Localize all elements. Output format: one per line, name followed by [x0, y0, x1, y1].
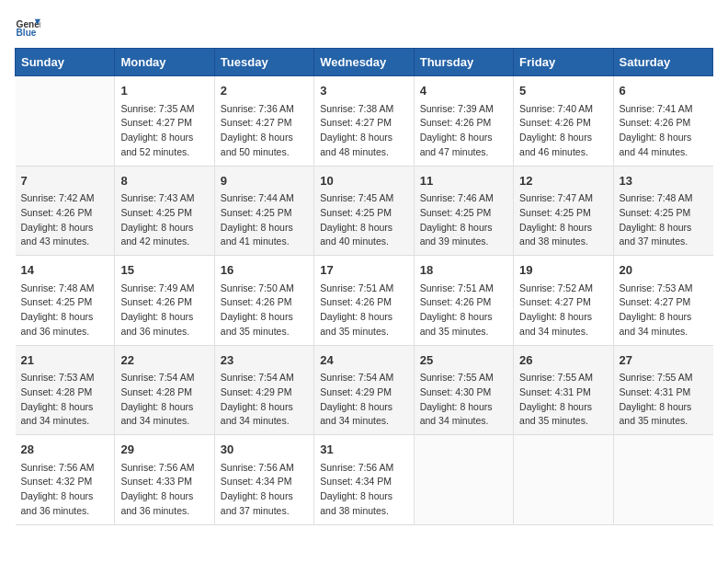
day-number: 12	[519, 172, 607, 190]
sunrise-text: Sunrise: 7:54 AM	[120, 371, 208, 385]
calendar-cell: 23Sunrise: 7:54 AMSunset: 4:29 PMDayligh…	[214, 345, 313, 435]
sunset-text: Sunset: 4:29 PM	[320, 385, 407, 400]
week-row-5: 28Sunrise: 7:56 AMSunset: 4:32 PMDayligh…	[16, 435, 713, 525]
sunrise-text: Sunrise: 7:39 AM	[420, 102, 507, 117]
sunset-text: Sunset: 4:26 PM	[320, 295, 407, 310]
day-number: 20	[620, 261, 708, 280]
sunset-text: Sunset: 4:34 PM	[320, 475, 407, 489]
daylight-text: Daylight: 8 hours	[620, 400, 708, 415]
calendar-cell: 11Sunrise: 7:46 AMSunset: 4:25 PMDayligh…	[414, 166, 513, 256]
daylight-text: Daylight: 8 hours	[120, 310, 208, 325]
calendar-cell: 19Sunrise: 7:52 AMSunset: 4:27 PMDayligh…	[514, 256, 613, 346]
sunrise-text: Sunrise: 7:56 AM	[320, 461, 407, 476]
daylight-text: Daylight: 8 hours	[620, 221, 708, 236]
daylight-cont-text: and 50 minutes.	[221, 145, 308, 160]
daylight-cont-text: and 36 minutes.	[21, 504, 109, 519]
sunset-text: Sunset: 4:27 PM	[620, 295, 708, 310]
daylight-cont-text: and 34 minutes.	[519, 325, 607, 339]
day-number: 2	[221, 82, 308, 100]
day-number: 11	[420, 172, 507, 190]
daylight-cont-text: and 34 minutes.	[420, 414, 507, 429]
calendar-cell	[414, 435, 513, 525]
week-row-2: 7Sunrise: 7:42 AMSunset: 4:26 PMDaylight…	[16, 166, 713, 256]
daylight-cont-text: and 35 minutes.	[519, 414, 607, 429]
calendar-cell: 12Sunrise: 7:47 AMSunset: 4:25 PMDayligh…	[514, 166, 613, 256]
logo-icon: General Blue	[15, 15, 40, 40]
calendar-cell: 28Sunrise: 7:56 AMSunset: 4:32 PMDayligh…	[16, 435, 115, 525]
daylight-text: Daylight: 8 hours	[519, 400, 607, 415]
daylight-cont-text: and 44 minutes.	[620, 145, 708, 160]
day-number: 25	[420, 351, 507, 370]
daylight-cont-text: and 47 minutes.	[420, 145, 507, 160]
sunset-text: Sunset: 4:25 PM	[519, 206, 607, 221]
sunset-text: Sunset: 4:33 PM	[120, 475, 208, 489]
daylight-text: Daylight: 8 hours	[420, 310, 507, 325]
daylight-text: Daylight: 8 hours	[420, 400, 507, 415]
daylight-text: Daylight: 8 hours	[519, 131, 607, 145]
calendar-header-row: SundayMondayTuesdayWednesdayThursdayFrid…	[16, 49, 713, 76]
svg-text:Blue: Blue	[17, 28, 37, 38]
sunrise-text: Sunrise: 7:52 AM	[519, 282, 607, 296]
week-row-4: 21Sunrise: 7:53 AMSunset: 4:28 PMDayligh…	[16, 345, 713, 435]
sunrise-text: Sunrise: 7:53 AM	[21, 371, 109, 385]
calendar-cell: 18Sunrise: 7:51 AMSunset: 4:26 PMDayligh…	[414, 256, 513, 346]
sunset-text: Sunset: 4:28 PM	[120, 385, 208, 400]
sunset-text: Sunset: 4:26 PM	[420, 116, 507, 131]
sunset-text: Sunset: 4:25 PM	[320, 206, 407, 221]
calendar-cell: 31Sunrise: 7:56 AMSunset: 4:34 PMDayligh…	[314, 435, 414, 525]
header-sunday: Sunday	[16, 49, 115, 76]
calendar-cell: 15Sunrise: 7:49 AMSunset: 4:26 PMDayligh…	[115, 256, 214, 346]
daylight-text: Daylight: 8 hours	[120, 131, 208, 145]
daylight-cont-text: and 36 minutes.	[120, 504, 208, 519]
sunset-text: Sunset: 4:26 PM	[519, 116, 607, 131]
daylight-text: Daylight: 8 hours	[21, 400, 109, 415]
day-number: 8	[120, 172, 208, 190]
day-number: 13	[620, 172, 708, 190]
day-number: 7	[21, 172, 109, 190]
calendar-cell: 10Sunrise: 7:45 AMSunset: 4:25 PMDayligh…	[314, 166, 414, 256]
sunset-text: Sunset: 4:32 PM	[21, 475, 109, 489]
daylight-cont-text: and 52 minutes.	[120, 145, 208, 160]
sunset-text: Sunset: 4:27 PM	[221, 116, 308, 131]
sunrise-text: Sunrise: 7:45 AM	[320, 191, 407, 206]
week-row-1: 1Sunrise: 7:35 AMSunset: 4:27 PMDaylight…	[16, 76, 713, 167]
daylight-text: Daylight: 8 hours	[21, 221, 109, 236]
day-number: 23	[221, 351, 308, 370]
daylight-text: Daylight: 8 hours	[221, 400, 308, 415]
page-header: General Blue	[15, 15, 713, 40]
calendar-table: SundayMondayTuesdayWednesdayThursdayFrid…	[15, 48, 713, 525]
calendar-cell	[514, 435, 613, 525]
daylight-text: Daylight: 8 hours	[519, 221, 607, 236]
daylight-text: Daylight: 8 hours	[620, 310, 708, 325]
calendar-cell: 25Sunrise: 7:55 AMSunset: 4:30 PMDayligh…	[414, 345, 513, 435]
calendar-cell: 21Sunrise: 7:53 AMSunset: 4:28 PMDayligh…	[16, 345, 115, 435]
daylight-cont-text: and 37 minutes.	[620, 235, 708, 249]
calendar-cell: 4Sunrise: 7:39 AMSunset: 4:26 PMDaylight…	[414, 76, 513, 167]
sunrise-text: Sunrise: 7:40 AM	[519, 102, 607, 117]
calendar-cell: 26Sunrise: 7:55 AMSunset: 4:31 PMDayligh…	[514, 345, 613, 435]
day-number: 17	[320, 261, 407, 280]
day-number: 9	[221, 172, 308, 190]
sunset-text: Sunset: 4:25 PM	[420, 206, 507, 221]
daylight-cont-text: and 41 minutes.	[221, 235, 308, 249]
daylight-text: Daylight: 8 hours	[221, 489, 308, 504]
day-number: 30	[221, 441, 308, 459]
sunrise-text: Sunrise: 7:47 AM	[519, 191, 607, 206]
sunrise-text: Sunrise: 7:56 AM	[221, 461, 308, 476]
daylight-text: Daylight: 8 hours	[320, 310, 407, 325]
sunset-text: Sunset: 4:27 PM	[519, 295, 607, 310]
sunrise-text: Sunrise: 7:50 AM	[221, 282, 308, 296]
daylight-text: Daylight: 8 hours	[221, 310, 308, 325]
calendar-cell: 20Sunrise: 7:53 AMSunset: 4:27 PMDayligh…	[613, 256, 712, 346]
header-thursday: Thursday	[414, 49, 513, 76]
calendar-cell: 30Sunrise: 7:56 AMSunset: 4:34 PMDayligh…	[214, 435, 313, 525]
daylight-text: Daylight: 8 hours	[320, 131, 407, 145]
day-number: 10	[320, 172, 407, 190]
daylight-cont-text: and 34 minutes.	[320, 414, 407, 429]
daylight-cont-text: and 42 minutes.	[120, 235, 208, 249]
calendar-cell: 14Sunrise: 7:48 AMSunset: 4:25 PMDayligh…	[16, 256, 115, 346]
sunrise-text: Sunrise: 7:49 AM	[120, 282, 208, 296]
calendar-cell: 3Sunrise: 7:38 AMSunset: 4:27 PMDaylight…	[314, 76, 414, 167]
daylight-text: Daylight: 8 hours	[120, 400, 208, 415]
sunrise-text: Sunrise: 7:55 AM	[519, 371, 607, 385]
